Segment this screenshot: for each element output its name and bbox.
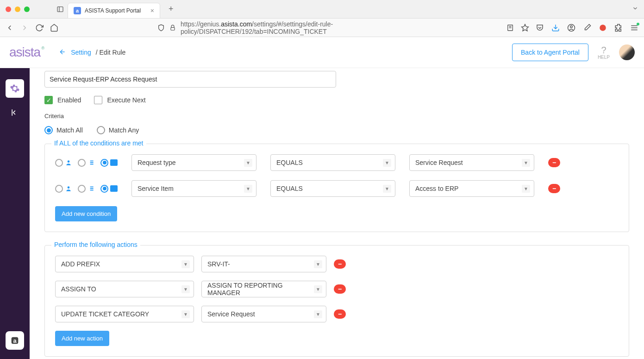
- sidebar-app-icon[interactable]: a: [6, 331, 24, 350]
- add-condition-button[interactable]: Add new condition: [55, 206, 117, 221]
- remove-action-button[interactable]: −: [334, 259, 346, 269]
- condition-source-radios: [55, 185, 118, 193]
- reader-mode-icon[interactable]: [506, 24, 514, 32]
- source-user-radio[interactable]: [55, 159, 72, 167]
- nav-home-icon[interactable]: [50, 24, 58, 32]
- chevron-down-icon: ▼: [383, 185, 391, 193]
- tabs-dropdown-icon[interactable]: [632, 5, 638, 13]
- chevron-down-icon: ▼: [244, 185, 252, 193]
- svg-rect-2: [171, 27, 175, 30]
- app-logo[interactable]: asista®: [9, 45, 40, 60]
- breadcrumb-back-icon[interactable]: [59, 48, 66, 57]
- help-label: HELP: [598, 55, 610, 60]
- main-content: ✓ Enabled Execute Next Criteria Match Al…: [30, 68, 644, 359]
- enabled-checkbox[interactable]: ✓ Enabled: [44, 96, 81, 104]
- person-icon: [65, 185, 72, 192]
- remove-condition-button[interactable]: −: [548, 184, 560, 193]
- action-row: UPDATE TICKET CATEGORY▼ Service Request▼…: [55, 306, 619, 322]
- remove-condition-button[interactable]: −: [548, 158, 560, 167]
- url-bar[interactable]: https://genius.asista.com/settings/#/set…: [65, 20, 500, 35]
- radio-selected-icon: [100, 185, 108, 193]
- lock-icon[interactable]: [169, 24, 176, 32]
- radio-icon: [55, 185, 63, 193]
- sidebar-settings-button[interactable]: [6, 79, 24, 98]
- checkbox-checked-icon: ✓: [44, 96, 53, 104]
- tab-close-icon[interactable]: ×: [150, 7, 154, 14]
- enabled-label: Enabled: [57, 96, 81, 104]
- svg-point-9: [570, 25, 573, 28]
- sidebar-toggle-icon[interactable]: [56, 6, 64, 13]
- ticket-icon: [110, 159, 118, 166]
- source-ticket-radio[interactable]: [100, 185, 118, 193]
- condition-operator-select[interactable]: EQUALS▼: [270, 180, 395, 197]
- user-avatar[interactable]: [619, 44, 635, 60]
- tab-title: ASISTA Support Portal: [85, 7, 147, 14]
- svg-point-18: [68, 160, 70, 163]
- svg-marker-6: [522, 24, 529, 31]
- action-value-select[interactable]: ASSIGN TO REPORTING MANAGER▼: [201, 281, 326, 297]
- help-button[interactable]: ? HELP: [598, 45, 610, 60]
- match-all-label: Match All: [56, 126, 83, 134]
- nav-reload-icon[interactable]: [35, 24, 44, 32]
- extensions-icon[interactable]: [614, 24, 623, 32]
- action-type-select[interactable]: ASSIGN TO▼: [55, 281, 194, 297]
- nav-back-icon[interactable]: [6, 24, 14, 32]
- breadcrumb: Setting / Edit Rule: [59, 48, 125, 57]
- adblock-icon[interactable]: [599, 24, 607, 32]
- nav-forward-icon[interactable]: [20, 24, 29, 32]
- source-list-radio[interactable]: [78, 185, 95, 193]
- action-value-select[interactable]: Service Request▼: [201, 306, 326, 322]
- remove-action-button[interactable]: −: [334, 309, 346, 319]
- window-min-icon[interactable]: [15, 6, 20, 12]
- action-type-select[interactable]: ADD PREFIX▼: [55, 256, 194, 272]
- new-tab-button[interactable]: +: [169, 4, 174, 14]
- account-icon[interactable]: [567, 24, 575, 32]
- condition-value-select[interactable]: Access to ERP▼: [409, 180, 534, 197]
- svg-text:a: a: [13, 337, 17, 344]
- chevron-down-icon: ▼: [522, 185, 530, 193]
- match-any-label: Match Any: [109, 126, 139, 134]
- condition-field-select[interactable]: Request type▼: [131, 154, 256, 171]
- tab-favicon-icon: a: [74, 7, 81, 14]
- chevron-down-icon: ▼: [314, 260, 322, 268]
- condition-operator-select[interactable]: EQUALS▼: [270, 154, 395, 171]
- condition-source-radios: [55, 159, 118, 167]
- match-any-radio[interactable]: Match Any: [97, 126, 139, 134]
- condition-row: Service Item▼ EQUALS▼ Access to ERP▼ −: [55, 180, 619, 197]
- sidebar: a: [0, 68, 30, 359]
- add-action-button[interactable]: Add new action: [55, 331, 109, 346]
- radio-selected-icon: [44, 126, 53, 134]
- criteria-label: Criteria: [44, 113, 629, 120]
- menu-icon[interactable]: [630, 24, 638, 32]
- help-icon: ?: [598, 45, 610, 55]
- chevron-down-icon: ▼: [314, 310, 322, 318]
- sidebar-collapse-icon[interactable]: [9, 107, 20, 118]
- download-icon[interactable]: [551, 24, 560, 32]
- ticket-icon: [110, 185, 118, 192]
- source-list-radio[interactable]: [78, 159, 95, 167]
- pocket-icon[interactable]: [536, 24, 544, 32]
- shield-icon[interactable]: [157, 24, 165, 32]
- action-type-select[interactable]: UPDATE TICKET CATEGORY▼: [55, 306, 194, 322]
- svg-rect-0: [57, 6, 63, 12]
- back-to-agent-portal-button[interactable]: Back to Agent Portal: [512, 44, 588, 61]
- window-close-icon[interactable]: [6, 6, 11, 12]
- chevron-down-icon: ▼: [181, 285, 190, 293]
- rule-name-input[interactable]: [44, 71, 336, 88]
- match-all-radio[interactable]: Match All: [44, 126, 83, 134]
- remove-action-button[interactable]: −: [334, 284, 346, 294]
- source-ticket-radio[interactable]: [100, 159, 118, 167]
- chevron-down-icon: ▼: [181, 260, 190, 268]
- window-controls: [6, 6, 30, 12]
- eyedropper-icon[interactable]: [583, 24, 591, 32]
- window-max-icon[interactable]: [24, 6, 30, 12]
- execute-next-checkbox[interactable]: Execute Next: [94, 96, 145, 104]
- condition-field-select[interactable]: Service Item▼: [131, 180, 256, 197]
- browser-tab-active[interactable]: a ASISTA Support Portal ×: [68, 3, 160, 19]
- chevron-down-icon: ▼: [522, 159, 530, 167]
- source-user-radio[interactable]: [55, 185, 72, 193]
- breadcrumb-setting-link[interactable]: Setting: [71, 49, 91, 56]
- action-value-select[interactable]: SRV-IT-▼: [201, 256, 326, 272]
- condition-value-select[interactable]: Service Request▼: [409, 154, 534, 171]
- bookmark-icon[interactable]: [521, 24, 529, 32]
